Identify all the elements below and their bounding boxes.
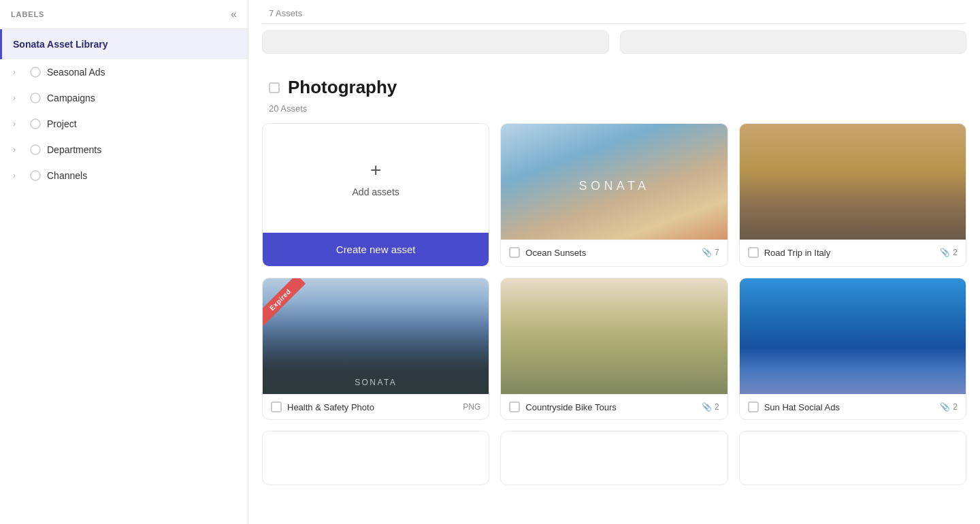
asset-grid-row1: + Add assets Create new asset Ocean Suns… (262, 123, 966, 278)
asset-grid-row2: Expired Health & Safety Photo PNG (262, 278, 966, 431)
asset-footer-left: Sun Hat Social Ads (748, 402, 840, 412)
sidebar: LABELS « Sonata Asset Library › Seasonal… (0, 0, 248, 524)
clip-count: 7 (715, 248, 719, 257)
clip-icon: 📎 (702, 248, 712, 257)
folder-icon (29, 144, 42, 156)
sidebar-item-label: Channels (47, 170, 87, 181)
asset-meta-countryside-bike: 📎 2 (702, 402, 719, 412)
bottom-partial-card-2[interactable] (500, 431, 728, 485)
partial-card-2 (620, 31, 967, 54)
sidebar-item-campaigns[interactable]: › Campaigns (0, 85, 248, 111)
add-assets-label: Add assets (353, 186, 399, 197)
sidebar-item-channels[interactable]: › Channels (0, 163, 248, 189)
asset-image-countryside-bike (501, 278, 727, 394)
sidebar-header: LABELS « (0, 0, 248, 29)
asset-footer-ocean-sunsets: Ocean Sunsets 📎 7 (501, 240, 727, 265)
partial-top-row (262, 24, 966, 61)
clip-icon: 📎 (940, 402, 950, 412)
asset-card-countryside-bike[interactable]: Countryside Bike Tours 📎 2 (500, 278, 728, 420)
asset-footer-left: Ocean Sunsets (509, 247, 586, 258)
asset-checkbox-countryside-bike[interactable] (509, 402, 520, 412)
asset-footer-health-safety: Health & Safety Photo PNG (263, 394, 489, 419)
asset-image-road-trip (740, 124, 966, 240)
sidebar-item-project[interactable]: › Project (0, 111, 248, 137)
asset-checkbox-ocean-sunsets[interactable] (509, 247, 520, 258)
asset-meta-ocean-sunsets: 📎 7 (702, 248, 719, 257)
folder-icon (29, 66, 42, 78)
asset-card-health-safety[interactable]: Expired Health & Safety Photo PNG (262, 278, 489, 420)
top-assets-count-bar: 7 Assets (262, 0, 966, 24)
asset-card-sun-hat[interactable]: Sun Hat Social Ads 📎 2 (739, 278, 966, 420)
bottom-partial-card-1[interactable] (262, 431, 489, 485)
chevron-right-icon: › (13, 93, 24, 103)
bottom-partial-grid (262, 431, 966, 485)
asset-image-sun-hat (740, 278, 966, 394)
asset-tag-png: PNG (463, 402, 480, 412)
clip-icon: 📎 (702, 402, 712, 412)
asset-card-ocean-sunsets[interactable]: Ocean Sunsets 📎 7 (500, 123, 728, 267)
svg-point-3 (31, 145, 40, 154)
chevron-right-icon: › (13, 171, 24, 180)
asset-card-road-trip[interactable]: Road Trip in Italy 📎 2 (739, 123, 966, 267)
asset-footer-sun-hat: Sun Hat Social Ads 📎 2 (740, 394, 966, 419)
partial-card-1 (262, 31, 609, 54)
asset-footer-road-trip: Road Trip in Italy 📎 2 (740, 240, 966, 265)
clip-count: 2 (953, 402, 958, 412)
folder-icon (29, 169, 42, 182)
asset-meta-health-safety: PNG (463, 402, 480, 412)
asset-footer-left: Health & Safety Photo (271, 402, 374, 412)
asset-name-ocean-sunsets: Ocean Sunsets (525, 248, 586, 258)
asset-image-health-safety: Expired (263, 278, 489, 394)
photography-section-checkbox[interactable] (269, 82, 280, 93)
library-name: Sonata Asset Library (13, 39, 108, 50)
folder-icon (29, 118, 42, 130)
labels-heading: LABELS (11, 10, 44, 18)
svg-point-1 (31, 93, 40, 103)
clip-count: 2 (715, 402, 719, 412)
asset-name-countryside-bike: Countryside Bike Tours (525, 402, 616, 412)
asset-meta-road-trip: 📎 2 (940, 248, 958, 257)
sidebar-library-item[interactable]: Sonata Asset Library (0, 29, 248, 59)
asset-name-road-trip: Road Trip in Italy (764, 248, 831, 258)
asset-footer-left: Road Trip in Italy (748, 247, 831, 258)
chevron-right-icon: › (13, 145, 24, 154)
sidebar-item-seasonal-ads[interactable]: › Seasonal Ads (0, 59, 248, 85)
photography-assets-count: 20 Assets (262, 102, 966, 123)
expired-ribbon-wrap: Expired (263, 278, 310, 326)
photography-section-title: Photography (288, 77, 397, 98)
asset-footer-countryside-bike: Countryside Bike Tours 📎 2 (501, 394, 727, 419)
expired-ribbon: Expired (263, 278, 306, 325)
svg-point-2 (31, 119, 40, 129)
top-assets-count: 7 Assets (269, 8, 302, 18)
sidebar-item-label: Project (47, 118, 77, 129)
asset-meta-sun-hat: 📎 2 (940, 402, 958, 412)
asset-name-sun-hat: Sun Hat Social Ads (764, 402, 840, 412)
svg-point-0 (31, 67, 40, 77)
bottom-partial-card-3[interactable] (739, 431, 966, 485)
photography-section-header: Photography (262, 61, 966, 102)
asset-checkbox-health-safety[interactable] (271, 402, 282, 412)
asset-checkbox-road-trip[interactable] (748, 247, 759, 258)
svg-point-4 (31, 171, 40, 180)
asset-footer-left: Countryside Bike Tours (509, 402, 616, 412)
clip-icon: 📎 (940, 248, 950, 257)
sidebar-item-label: Departments (47, 144, 101, 155)
clip-count: 2 (953, 248, 958, 257)
chevron-right-icon: › (13, 119, 24, 129)
main-content: 7 Assets Photography 20 Assets + Add ass… (248, 0, 980, 524)
sidebar-item-label: Campaigns (47, 93, 95, 103)
sidebar-item-label: Seasonal Ads (47, 67, 105, 78)
add-assets-card[interactable]: + Add assets Create new asset (262, 123, 489, 267)
create-new-asset-button[interactable]: Create new asset (263, 233, 489, 266)
sidebar-item-departments[interactable]: › Departments (0, 137, 248, 163)
collapse-sidebar-button[interactable]: « (231, 8, 237, 20)
add-assets-inner: + Add assets (263, 124, 489, 233)
folder-icon (29, 92, 42, 104)
asset-checkbox-sun-hat[interactable] (748, 402, 759, 412)
chevron-right-icon: › (13, 67, 24, 77)
asset-image-ocean-sunsets (501, 124, 727, 240)
plus-icon: + (370, 159, 381, 181)
asset-name-health-safety: Health & Safety Photo (287, 402, 374, 412)
